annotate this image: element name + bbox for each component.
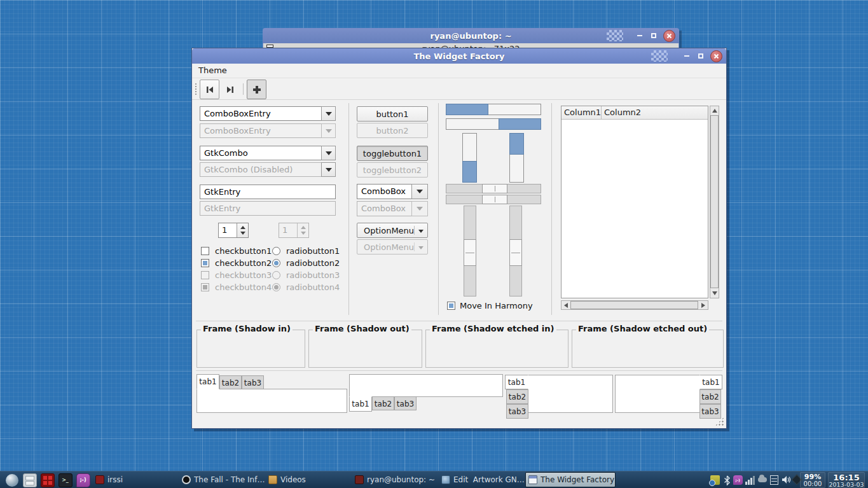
scroll-right-button[interactable] — [699, 301, 708, 309]
combobox[interactable]: ComboBox — [357, 184, 412, 199]
minimize-button[interactable] — [682, 52, 691, 60]
network-signal-tray-icon[interactable] — [745, 475, 755, 485]
maximize-button[interactable] — [649, 31, 658, 40]
tab2[interactable]: tab2 — [372, 396, 394, 410]
frame-shadow-out: Frame (Shadow out) — [308, 330, 422, 368]
spinbutton-value[interactable]: 1 — [222, 225, 227, 235]
spin-up-icon — [301, 226, 306, 229]
task-videos[interactable]: Videos — [266, 472, 352, 487]
arrow-down-icon — [712, 291, 717, 295]
go-last-button[interactable] — [220, 80, 240, 99]
task-irssi[interactable]: irssi — [93, 472, 179, 487]
checkbutton3-checkbox — [201, 271, 209, 279]
toolbar-drag-handle[interactable] — [195, 83, 197, 95]
tab1[interactable]: tab1 — [505, 375, 528, 389]
gtkcombo-disabled-dropdown-button[interactable] — [321, 162, 336, 177]
terminal-titlebar[interactable]: ryan@ubuntop: ~ — [263, 28, 679, 43]
move-in-harmony-checkbox[interactable] — [447, 302, 455, 310]
notes-tray-icon[interactable] — [769, 475, 779, 485]
hscale2[interactable] — [446, 195, 541, 204]
radiobutton2-radio[interactable] — [272, 259, 280, 267]
vscale2[interactable] — [509, 206, 522, 296]
toolbar-separator — [243, 83, 244, 95]
add-button[interactable] — [247, 80, 266, 99]
tab2[interactable]: tab2 — [699, 389, 721, 404]
task-edit-artwork[interactable]: Edit Artwork GNO... — [439, 472, 525, 487]
spinbutton-arrows[interactable] — [237, 223, 248, 237]
treeview[interactable]: Column1 Column2 — [561, 106, 708, 298]
vscale-thumb[interactable] — [509, 239, 522, 266]
tab3[interactable]: tab3 — [506, 404, 528, 419]
column2-header[interactable]: Column2 — [602, 106, 708, 120]
comboboxentry-input[interactable]: ComboBoxEntry — [200, 106, 322, 121]
chat-launcher[interactable]: ;-) — [75, 472, 91, 488]
button1[interactable]: button1 — [357, 106, 428, 122]
scroll-down-button[interactable] — [710, 289, 719, 298]
speaker-icon — [782, 475, 791, 484]
radiobutton1-label[interactable]: radiobutton1 — [286, 246, 340, 256]
vertical-scrollbar[interactable] — [710, 106, 719, 298]
maximize-button[interactable] — [696, 52, 705, 60]
gtkcombo-dropdown-button[interactable] — [321, 146, 336, 160]
checkbutton1-label[interactable]: checkbutton1 — [215, 246, 272, 256]
chevron-down-icon — [418, 246, 424, 249]
combobox-dropdown-button[interactable] — [411, 184, 428, 199]
task-widget-factory[interactable]: The Widget Factory — [525, 472, 616, 487]
gtkcombo-input[interactable]: GtkCombo — [200, 146, 322, 160]
red-grid-launcher[interactable] — [39, 472, 55, 488]
weather-tray-icon[interactable] — [757, 475, 768, 485]
hscale1[interactable] — [446, 184, 541, 193]
comboboxentry-dropdown-button[interactable] — [321, 106, 336, 121]
radiobutton1-radio[interactable] — [272, 247, 280, 255]
tab1[interactable]: tab1 — [699, 375, 722, 389]
vscale1[interactable] — [464, 206, 476, 296]
close-button[interactable] — [710, 50, 722, 62]
task-the-fall[interactable]: The Fall - The Info... — [179, 472, 266, 487]
tab3[interactable]: tab3 — [699, 404, 721, 419]
checkbutton1-checkbox[interactable] — [201, 247, 209, 255]
horizontal-scrollbar[interactable] — [561, 300, 708, 310]
optionmenu[interactable]: OptionMenu — [357, 223, 428, 238]
gtkentry-input[interactable]: GtkEntry — [200, 185, 336, 199]
tab2[interactable]: tab2 — [219, 375, 242, 389]
tab3[interactable]: tab3 — [394, 396, 417, 410]
scroll-left-button[interactable] — [561, 301, 570, 309]
vscale-thumb[interactable] — [464, 239, 476, 266]
updates-tray-icon[interactable] — [710, 475, 720, 485]
volume-tray-icon[interactable] — [781, 475, 791, 485]
horizontal-scrollbar-thumb[interactable] — [570, 301, 698, 309]
bluetooth-tray-icon[interactable] — [723, 475, 731, 485]
hscale-thumb[interactable] — [482, 184, 507, 193]
spinbutton[interactable]: 1 — [218, 223, 249, 238]
clock[interactable]: 16:15 2013-03-03 — [828, 472, 865, 488]
move-in-harmony-label[interactable]: Move In Harmony — [460, 301, 533, 310]
radiobutton3-radio — [272, 271, 280, 279]
task-terminal[interactable]: ryan@ubuntop: ~ — [352, 472, 439, 487]
terminal-launcher[interactable]: >_ — [57, 472, 73, 488]
scroll-up-button[interactable] — [710, 106, 719, 115]
battery-indicator[interactable]: 99% 00:00 — [800, 472, 825, 488]
checkbutton2-label[interactable]: checkbutton2 — [215, 258, 272, 268]
column1-header[interactable]: Column1 — [561, 106, 602, 120]
widget-factory-window[interactable]: The Widget Factory Theme — [191, 48, 727, 429]
menu-theme[interactable]: Theme — [192, 64, 233, 75]
radiobutton2-label[interactable]: radiobutton2 — [286, 258, 340, 268]
close-button[interactable] — [663, 30, 675, 42]
togglebutton1[interactable]: togglebutton1 — [357, 146, 428, 161]
terminal-icon: >_ — [59, 473, 72, 487]
tab1[interactable]: tab1 — [349, 396, 372, 412]
file-manager-launcher[interactable] — [22, 472, 38, 488]
app-titlebar[interactable]: The Widget Factory — [192, 48, 726, 64]
chat-tray-icon[interactable]: ;-) — [733, 475, 743, 485]
orb-launcher[interactable] — [4, 472, 20, 488]
column-separator — [348, 103, 349, 315]
tab2[interactable]: tab2 — [506, 389, 528, 404]
go-first-button[interactable] — [200, 80, 219, 99]
tab1[interactable]: tab1 — [196, 374, 219, 389]
checkbutton2-checkbox[interactable] — [201, 259, 209, 267]
vertical-scrollbar-thumb[interactable] — [710, 115, 719, 288]
minimize-button[interactable] — [635, 31, 644, 40]
tab3[interactable]: tab3 — [242, 375, 264, 389]
hscale-thumb[interactable] — [482, 195, 507, 204]
spinbutton-disabled: 1 — [279, 223, 309, 238]
